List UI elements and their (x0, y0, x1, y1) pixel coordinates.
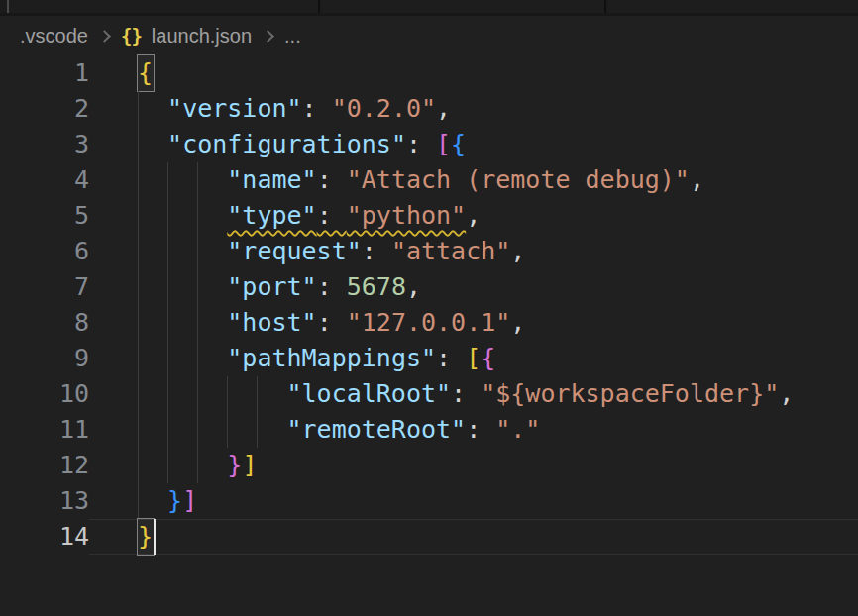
code-line-content[interactable]: "host": "127.0.0.1", (89, 305, 858, 341)
code-token: ] (182, 486, 197, 515)
line-number[interactable]: 11 (0, 412, 89, 448)
code-token: : (317, 308, 347, 337)
json-braces-icon: {} (121, 25, 142, 47)
code-token (138, 344, 227, 372)
code-line[interactable]: 9 "pathMappings": [{ (0, 341, 858, 376)
line-number[interactable]: 3 (0, 127, 89, 162)
code-line[interactable]: 2 "version": "0.2.0", (0, 91, 858, 127)
indent-guide (227, 376, 228, 412)
code-token: : (362, 237, 391, 265)
code-line-content[interactable]: "configurations": [{ (89, 127, 858, 162)
indent-guide (167, 305, 168, 341)
line-number[interactable]: 4 (0, 162, 89, 198)
code-token: : (436, 344, 466, 372)
indent-guide (197, 198, 198, 234)
code-token: "127.0.0.1" (347, 308, 511, 337)
tab[interactable] (322, 0, 604, 13)
code-line-content[interactable]: "port": 5678, (89, 269, 858, 305)
code-line-content[interactable]: "request": "attach", (89, 234, 858, 269)
indent-guide (167, 448, 168, 483)
warning-squiggle-token: : (317, 201, 347, 230)
line-number[interactable]: 10 (0, 376, 89, 412)
code-token: "host" (227, 308, 316, 337)
code-line-content[interactable]: "name": "Attach (remote debug)", (89, 162, 858, 198)
code-line[interactable]: 10 "localRoot": "${workspaceFolder}", (0, 376, 858, 412)
code-token: "0.2.0" (332, 94, 436, 123)
code-line[interactable]: 4 "name": "Attach (remote debug)", (0, 162, 858, 198)
code-line[interactable]: 12 }] (0, 448, 858, 483)
indent-guide (167, 269, 168, 305)
code-token (138, 130, 167, 158)
code-token: : (451, 379, 481, 408)
breadcrumb-file[interactable]: launch.json (152, 25, 252, 48)
code-token (138, 94, 167, 123)
line-number[interactable]: 6 (0, 234, 89, 269)
code-token (138, 201, 227, 230)
code-token: : (317, 272, 347, 301)
code-token: "${workspaceFolder}" (481, 379, 779, 408)
code-line-content[interactable]: "pathMappings": [{ (89, 341, 858, 376)
code-line[interactable]: 6 "request": "attach", (0, 234, 858, 269)
chevron-right-icon (98, 30, 111, 43)
indent-guide (197, 305, 198, 341)
text-cursor (154, 519, 156, 555)
code-line[interactable]: 7 "port": 5678, (0, 269, 858, 305)
code-line-content[interactable]: }] (89, 483, 858, 519)
breadcrumb: .vscode {} launch.json ... (0, 16, 858, 55)
code-token: , (466, 201, 481, 230)
code-token: , (510, 308, 525, 337)
indent-guide (257, 412, 258, 448)
code-token (138, 165, 227, 194)
code-token: "name" (227, 165, 316, 194)
code-line[interactable]: 5 "type": "python", (0, 198, 858, 234)
breadcrumb-folder[interactable]: .vscode (20, 25, 88, 48)
code-line-content[interactable]: "version": "0.2.0", (89, 91, 858, 127)
code-line-content[interactable]: "type": "python", (89, 198, 858, 234)
indent-guide (167, 376, 168, 412)
code-token (138, 486, 167, 515)
code-line-content[interactable]: "localRoot": "${workspaceFolder}", (89, 376, 858, 412)
code-token: ] (242, 451, 257, 479)
code-line-content[interactable]: }] (89, 448, 858, 483)
code-token: , (406, 272, 421, 301)
warning-squiggle-token: "python" (347, 201, 466, 230)
code-line-content[interactable]: } (89, 519, 858, 555)
line-number[interactable]: 7 (0, 269, 89, 305)
line-number[interactable]: 8 (0, 305, 89, 341)
matched-bracket: { (138, 55, 154, 91)
code-line[interactable]: 13 }] (0, 483, 858, 519)
code-editor[interactable]: 1{2 "version": "0.2.0",3 "configurations… (0, 55, 858, 555)
line-number[interactable]: 9 (0, 341, 89, 376)
line-number[interactable]: 1 (0, 55, 89, 91)
code-line[interactable]: 8 "host": "127.0.0.1", (0, 305, 858, 341)
code-token: "remoteRoot" (287, 415, 467, 444)
code-line[interactable]: 11 "remoteRoot": "." (0, 412, 858, 448)
breadcrumb-symbol-ellipsis[interactable]: ... (284, 25, 301, 48)
line-number[interactable]: 14 (0, 519, 89, 555)
line-number[interactable]: 2 (0, 91, 89, 127)
line-number[interactable]: 12 (0, 448, 89, 483)
indent-guide (197, 376, 198, 412)
indent-guide (197, 412, 198, 448)
line-number[interactable]: 5 (0, 198, 89, 234)
code-line-content[interactable]: { (89, 55, 858, 91)
code-token: : (302, 94, 332, 123)
code-token (138, 237, 227, 265)
code-line[interactable]: 3 "configurations": [{ (0, 127, 858, 162)
code-token: "Attach (remote debug)" (347, 165, 690, 194)
code-line[interactable]: 1{ (0, 55, 858, 91)
code-token: "configurations" (167, 130, 406, 158)
indent-guide (167, 412, 168, 448)
indent-guide (167, 341, 168, 376)
indent-guide (138, 483, 139, 519)
line-number[interactable]: 13 (0, 483, 89, 519)
indent-guide (138, 234, 139, 269)
indent-guide (138, 341, 139, 376)
tab[interactable] (9, 0, 318, 13)
editor-group-border (7, 0, 9, 13)
code-token (138, 272, 227, 301)
tab[interactable] (608, 0, 858, 13)
code-line-content[interactable]: "remoteRoot": "." (89, 412, 858, 448)
code-token: , (436, 94, 451, 123)
code-line[interactable]: 14} (0, 519, 858, 555)
